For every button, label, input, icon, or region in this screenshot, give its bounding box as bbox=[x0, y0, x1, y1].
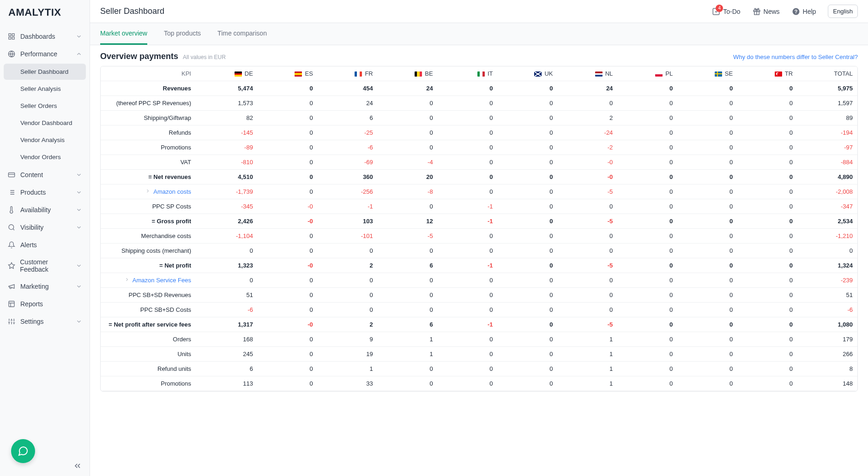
chevron-down-icon bbox=[76, 224, 82, 231]
col-fr: FR bbox=[318, 66, 378, 81]
table-row: = Net profit1,323-026-10-50001,324 bbox=[101, 258, 857, 273]
table-row: PPC SB+SD Costs-6000000000-6 bbox=[101, 303, 857, 317]
info-link[interactable]: Why do these numbers differ to Seller Ce… bbox=[733, 54, 858, 60]
table-row: Amazon Service Fees0000000000-239 bbox=[101, 273, 857, 288]
thermometer-icon bbox=[7, 206, 16, 214]
col-uk: UK bbox=[498, 66, 558, 81]
tab-top-products[interactable]: Top products bbox=[164, 23, 201, 45]
chevron-down-icon bbox=[76, 189, 82, 196]
flag-se-icon bbox=[715, 71, 722, 77]
col-de: DE bbox=[198, 66, 258, 81]
chevron-down-icon bbox=[76, 207, 82, 213]
help-icon: ? bbox=[792, 7, 800, 16]
kpi-label: = Gross profit bbox=[151, 218, 191, 225]
todo-icon: 4 bbox=[712, 7, 720, 16]
table-row: Shipping/Giftwrap8206000200089 bbox=[101, 111, 857, 125]
sidebar-item-visibility[interactable]: Visibility bbox=[0, 219, 90, 236]
sidebar-item-customer-feedback[interactable]: Customer Feedback bbox=[0, 254, 90, 278]
help-link[interactable]: ? Help bbox=[792, 7, 816, 16]
table-icon bbox=[7, 300, 16, 308]
kpi-label: = Net profit bbox=[159, 262, 191, 269]
sidebar-sub-vendor-orders[interactable]: Vendor Orders bbox=[4, 149, 86, 165]
kpi-label: PPC SP Costs bbox=[152, 203, 191, 210]
flag-it-icon bbox=[477, 71, 485, 77]
kpi-label: = Net profit after service fees bbox=[108, 321, 191, 328]
section-title: Overview payments bbox=[100, 52, 178, 61]
sidebar-sub-vendor-dashboard[interactable]: Vendor Dashboard bbox=[4, 115, 86, 131]
col-nl: NL bbox=[557, 66, 617, 81]
language-select[interactable]: English bbox=[828, 5, 858, 18]
sidebar-item-dashboards[interactable]: Dashboards bbox=[0, 28, 90, 45]
chat-fab[interactable] bbox=[11, 439, 35, 463]
chevron-down-icon bbox=[76, 172, 82, 178]
sidebar-item-reports[interactable]: Reports bbox=[0, 295, 90, 313]
kpi-label: Merchandise costs bbox=[141, 232, 191, 239]
megaphone-icon bbox=[7, 282, 16, 291]
svg-rect-5 bbox=[8, 173, 14, 177]
svg-text:?: ? bbox=[794, 8, 797, 14]
flag-nl-icon bbox=[595, 71, 603, 77]
table-row: Orders168091001000179 bbox=[101, 332, 857, 347]
card-icon bbox=[7, 171, 16, 179]
table-row: Refund units60100010008 bbox=[101, 362, 857, 376]
table-row: = Gross profit2,426-010312-10-50002,534 bbox=[101, 214, 857, 229]
table-row: Amazon costs-1,7390-256-800-5000-2,008 bbox=[101, 184, 857, 199]
svg-rect-0 bbox=[9, 34, 11, 36]
kpi-label: PPC SB+SD Revenues bbox=[129, 292, 191, 298]
flag-es-icon bbox=[295, 71, 302, 77]
table-row: = Net profit after service fees1,317-026… bbox=[101, 317, 857, 332]
sidebar-sub-seller-dashboard[interactable]: Seller Dashboard bbox=[4, 64, 86, 80]
kpi-label[interactable]: Amazon costs bbox=[153, 188, 191, 195]
table-row: PPC SB+SD Revenues5100000000051 bbox=[101, 288, 857, 303]
sidebar-item-settings[interactable]: Settings bbox=[0, 313, 90, 330]
news-link[interactable]: News bbox=[753, 7, 780, 16]
gift-icon bbox=[753, 7, 761, 16]
sidebar-sub-seller-analysis[interactable]: Seller Analysis bbox=[4, 81, 86, 97]
chevron-down-icon bbox=[76, 33, 82, 40]
kpi-label: Refunds bbox=[169, 129, 191, 136]
kpi-label: Refund units bbox=[157, 365, 191, 372]
flag-pl-icon bbox=[655, 71, 663, 77]
todo-badge: 4 bbox=[716, 5, 723, 12]
bell-icon bbox=[7, 241, 16, 249]
table-row: Revenues5,47404542400240005,975 bbox=[101, 81, 857, 96]
svg-rect-1 bbox=[12, 34, 14, 36]
sidebar-collapse[interactable] bbox=[73, 461, 82, 470]
table-row: VAT-8100-69-400-0000-884 bbox=[101, 155, 857, 170]
kpi-label[interactable]: Amazon Service Fees bbox=[133, 277, 191, 284]
flag-fr-icon bbox=[355, 71, 362, 77]
svg-point-6 bbox=[9, 225, 14, 230]
sidebar-sub-seller-orders[interactable]: Seller Orders bbox=[4, 98, 86, 114]
sidebar-item-marketing[interactable]: Marketing bbox=[0, 278, 90, 295]
flag-be-icon bbox=[415, 71, 422, 77]
sidebar-item-alerts[interactable]: Alerts bbox=[0, 236, 90, 254]
sidebar: AMALYTIX DashboardsPerformanceSeller Das… bbox=[0, 0, 90, 476]
kpi-label: Promotions bbox=[161, 380, 191, 387]
tab-time-comparison[interactable]: Time comparison bbox=[217, 23, 267, 45]
kpi-label: Revenues bbox=[163, 85, 191, 92]
search-icon bbox=[7, 223, 16, 232]
table-row: Shipping costs (merchant)00000000000 bbox=[101, 244, 857, 258]
todo-link[interactable]: 4 To-Do bbox=[712, 7, 740, 16]
col-pl: PL bbox=[617, 66, 677, 81]
chevron-down-icon bbox=[76, 283, 82, 290]
sidebar-item-content[interactable]: Content bbox=[0, 166, 90, 184]
chevron-right-icon[interactable] bbox=[124, 277, 131, 282]
chevron-right-icon[interactable] bbox=[145, 188, 151, 194]
topbar: Seller Dashboard 4 To-Do News ? Help bbox=[90, 0, 868, 23]
chevron-up-icon bbox=[76, 51, 82, 57]
page-title: Seller Dashboard bbox=[100, 6, 164, 16]
svg-marker-7 bbox=[8, 262, 14, 268]
list-icon bbox=[7, 188, 16, 196]
table-row: Promotions1130330001000148 bbox=[101, 376, 857, 391]
svg-rect-8 bbox=[9, 301, 14, 307]
tab-market-overview[interactable]: Market overview bbox=[100, 23, 147, 45]
sidebar-item-products[interactable]: Products bbox=[0, 184, 90, 201]
sidebar-item-availability[interactable]: Availability bbox=[0, 201, 90, 219]
payments-table: KPIDEESFRBEITUKNLPLSETRTOTALRevenues5,47… bbox=[100, 66, 858, 392]
chevron-down-icon bbox=[76, 262, 82, 269]
sidebar-item-performance[interactable]: Performance bbox=[0, 45, 90, 63]
col-it: IT bbox=[438, 66, 498, 81]
kpi-label: Promotions bbox=[161, 144, 191, 151]
sidebar-sub-vendor-analysis[interactable]: Vendor Analysis bbox=[4, 132, 86, 148]
